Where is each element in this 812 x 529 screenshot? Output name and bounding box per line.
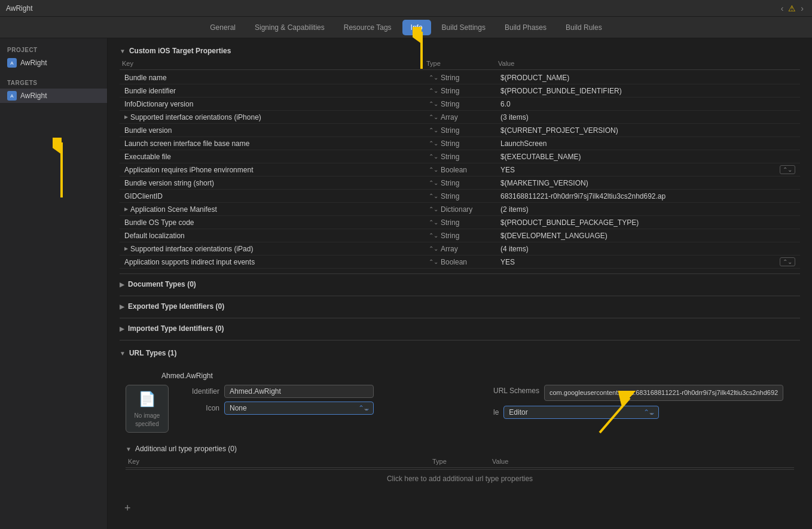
prop-value: $(CURRENT_PROJECT_VERSION) [496,125,800,136]
project-icon: A [7,58,17,68]
stepper[interactable]: ⌃⌄ [429,127,438,133]
url-schemes-box: URL Schemes com.googleusercontent.apps.6… [493,385,794,419]
url-role-row: le Editor Viewer None ⌃⌄ [493,406,794,419]
sidebar-item-targets-awright[interactable]: A AwRight [0,89,107,103]
url-schemes-label: URL Schemes [493,385,539,395]
stepper[interactable]: ⌃⌄ [429,114,438,120]
prop-type-cell: ⌃⌄String [424,178,496,189]
table-row: Application requires iPhone environment⌃… [120,163,800,177]
table-row: ▶ Supported interface orientations (iPho… [120,111,800,124]
add-prop-table-header: Key Type Value [126,455,794,468]
doc-types-title: Document Types (0) [128,280,196,288]
stepper[interactable]: ⌃⌄ [429,259,438,265]
prop-value: (2 items) [496,204,800,215]
role-select[interactable]: Editor Viewer None [503,406,659,419]
url-icon-doc: 📄 [138,389,156,409]
custom-ios-section-header[interactable]: ▼ Custom iOS Target Properties [120,44,800,57]
prop-type: Array [441,245,458,253]
prop-type-cell: ⌃⌄String [424,72,496,83]
tab-build-settings[interactable]: Build Settings [434,20,494,35]
stepper[interactable]: ⌃⌄ [429,87,438,94]
prop-type-cell: ⌃⌄String [424,230,496,241]
prop-type-cell: ⌃⌄String [424,125,496,136]
exported-types-header[interactable]: ▶ Exported Type Identifiers (0) [120,300,800,313]
stepper[interactable]: ⌃⌄ [429,74,438,81]
prop-key: ▶ Supported interface orientations (iPho… [120,112,424,123]
plus-button[interactable]: + [120,500,136,517]
prop-type: String [441,218,459,227]
stepper[interactable]: ⌃⌄ [429,180,438,186]
table-row: ▶ Supported interface orientations (iPad… [120,242,800,256]
prop-value: 6.0 [496,99,800,110]
prop-type: String [441,232,459,240]
stepper[interactable]: ⌃⌄ [429,206,438,212]
tab-general[interactable]: General [202,20,244,35]
divider-2 [120,296,800,296]
dropdown-arrows[interactable]: ⌃⌄ [780,257,795,266]
stepper[interactable]: ⌃⌄ [429,245,438,252]
prop-type: String [441,126,459,135]
icon-select[interactable]: None [224,402,374,415]
prop-value: 683168811221-r0h0drr9i7sj7ilk42ltiu3cs2n… [496,191,800,202]
stepper[interactable]: ⌃⌄ [429,101,438,107]
prop-type-cell: ⌃⌄Array [424,244,496,254]
stepper[interactable]: ⌃⌄ [429,193,438,199]
icon-row: Icon None ⌃⌄ [181,402,481,415]
prop-key: Bundle name [120,72,424,83]
table-row: Application supports indirect input even… [120,256,800,269]
prop-type-cell: ⌃⌄Boolean [424,165,496,175]
url-types-title: URL Types (1) [129,349,177,357]
titlebar-nav: ‹ ⚠ › [779,2,806,14]
prop-value: LaunchScreen [496,138,800,149]
prop-key: ▶ Supported interface orientations (iPad… [120,244,424,254]
prop-type-cell: ⌃⌄Dictionary [424,204,496,215]
tab-resource-tags[interactable]: Resource Tags [335,20,400,35]
imported-chevron: ▶ [120,326,124,332]
prop-key: Bundle OS Type code [120,217,424,228]
table-row: ▶ Application Scene Manifest⌃⌄Dictionary… [120,203,800,216]
prop-key: GIDClientID [120,191,424,202]
url-icon-box: 📄 No image specified [126,385,169,433]
prop-value: $(MARKETING_VERSION) [496,178,800,189]
tab-build-phases[interactable]: Build Phases [496,20,555,35]
stepper[interactable]: ⌃⌄ [429,232,438,239]
custom-ios-chevron: ▼ [120,48,126,54]
stepper[interactable]: ⌃⌄ [429,219,438,226]
dropdown-arrows[interactable]: ⌃⌄ [780,165,795,174]
sidebar-item-project-awright[interactable]: A AwRight [0,56,107,70]
url-item: Ahmed.AwRight 📄 No image specified Ident… [120,366,800,494]
imported-types-section: ▶ Imported Type Identifiers (0) [120,322,800,335]
custom-ios-section: ▼ Custom iOS Target Properties Key Type … [120,44,800,269]
imported-types-header[interactable]: ▶ Imported Type Identifiers (0) [120,322,800,335]
prop-key: Default localization [120,230,424,241]
tab-signing[interactable]: Signing & Capabilities [246,20,333,35]
tab-info[interactable]: Info [402,20,431,35]
header-value: Value [496,59,800,68]
tab-build-rules[interactable]: Build Rules [557,20,610,35]
prop-type-cell: ⌃⌄Array [424,112,496,123]
prop-type-cell: ⌃⌄Boolean [424,257,496,267]
add-header-type: Type [430,457,490,466]
header-type: Type [424,59,496,68]
url-types-header[interactable]: ▼ URL Types (1) [120,346,800,360]
stepper[interactable]: ⌃⌄ [429,153,438,160]
warning-icon: ⚠ [788,4,796,13]
add-prop-click-row[interactable]: Click here to add additional url type pr… [126,469,794,488]
titlebar: AwRight ‹ ⚠ › [0,0,812,17]
document-types-header[interactable]: ▶ Document Types (0) [120,278,800,291]
prop-key: InfoDictionary version [120,99,424,110]
target-icon: A [7,91,17,101]
table-row: GIDClientID⌃⌄String683168811221-r0h0drr9… [120,190,800,203]
table-row: Bundle name⌃⌄String$(PRODUCT_NAME) [120,71,800,84]
prop-type: String [441,87,459,95]
doc-types-chevron: ▶ [120,281,124,288]
nav-forward-arrow[interactable]: › [798,2,806,14]
stepper[interactable]: ⌃⌄ [429,140,438,147]
add-props-header[interactable]: ▼ Additional url type properties (0) [126,442,794,455]
prop-key: Launch screen interface file base name [120,138,424,149]
prop-key: Bundle identifier [120,86,424,96]
project-section-header: PROJECT [0,44,107,56]
identifier-input[interactable] [224,385,374,398]
nav-back-arrow[interactable]: ‹ [779,2,786,14]
stepper[interactable]: ⌃⌄ [429,166,438,173]
